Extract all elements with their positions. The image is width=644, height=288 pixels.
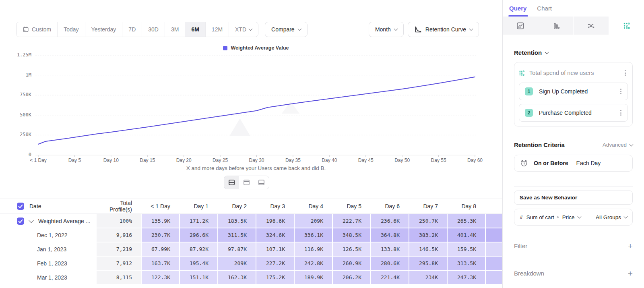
- checkbox-checked[interactable]: [17, 203, 24, 210]
- calendar-icon: [23, 26, 29, 33]
- total-profiles-cell: 100%: [97, 214, 141, 228]
- event-step-1[interactable]: 1 Sign Up Completed: [519, 83, 628, 100]
- range-3m[interactable]: 3M: [165, 22, 185, 37]
- chart-only-view-button[interactable]: [239, 176, 254, 189]
- row-label-cell[interactable]: Dec 1, 2022: [0, 228, 96, 242]
- x-axis-tick: Day 55: [431, 157, 446, 163]
- value-cell: 196.6K: [256, 214, 294, 228]
- range-12m[interactable]: 12M: [206, 22, 229, 37]
- kebab-menu-icon[interactable]: [623, 68, 628, 78]
- report-type-switcher: [503, 17, 644, 35]
- retention-grid-icon: [623, 22, 630, 29]
- add-filter-button[interactable]: +: [628, 242, 633, 250]
- column-header-day-4[interactable]: Day 4: [295, 203, 332, 209]
- line-chart-icon: [516, 22, 524, 30]
- column-header-lt-1-day[interactable]: < 1 Day: [142, 203, 179, 209]
- range-custom[interactable]: Custom: [17, 22, 58, 37]
- report-type-label: Retention: [514, 49, 542, 56]
- value-cell: 189.9K: [295, 271, 332, 284]
- save-as-new-behavior-button[interactable]: Save as New Behavior: [514, 191, 633, 205]
- value-cell: 230.7K: [142, 228, 179, 242]
- range-label: 3M: [171, 26, 179, 33]
- column-header-day-7[interactable]: Day 7: [409, 203, 447, 209]
- event-step-2[interactable]: 2 Purchase Completed: [519, 104, 628, 122]
- value-cell: 222.7K: [333, 214, 370, 228]
- group-scope-dropdown[interactable]: All Groups: [596, 214, 627, 220]
- row-label-cell[interactable]: Feb 1, 2023: [0, 257, 96, 270]
- value-cell: 227.2K: [256, 257, 294, 270]
- column-header-day-6[interactable]: Day 6: [371, 203, 409, 209]
- legend-swatch: [223, 46, 227, 50]
- range-label: 30D: [148, 26, 159, 33]
- report-type-dropdown[interactable]: Retention: [514, 49, 633, 56]
- insights-report-button[interactable]: [503, 17, 538, 35]
- table-cell-partial: [486, 228, 502, 242]
- chart-type-button[interactable]: Retention Curve: [408, 22, 479, 37]
- measurement-property-dropdown[interactable]: Sum of cart Price: [526, 214, 581, 220]
- behavior-title[interactable]: Total spend of new users: [529, 70, 618, 76]
- report-canvas: CustomTodayYesterday7D30D3M6M12MXTD Comp…: [0, 0, 502, 288]
- range-today[interactable]: Today: [58, 22, 85, 37]
- column-header-day-8[interactable]: Day 8: [448, 203, 485, 209]
- breadcrumb-arrow-icon: [557, 216, 559, 218]
- tab-query[interactable]: Query: [509, 0, 526, 17]
- x-axis-tick: Day 10: [103, 157, 119, 163]
- funnels-report-button[interactable]: [538, 17, 573, 35]
- column-header-day-2[interactable]: Day 2: [218, 203, 256, 209]
- row-label-cell[interactable]: Weighted Average ...: [0, 214, 96, 228]
- retention-timing-row[interactable]: On or Before Each Day: [514, 155, 633, 172]
- add-breakdown-button[interactable]: +: [628, 269, 633, 278]
- value-cell: 151.1K: [180, 271, 217, 284]
- x-axis-tick: Day 40: [322, 157, 337, 163]
- range-xtd[interactable]: XTD: [229, 22, 258, 37]
- kebab-menu-icon[interactable]: [618, 87, 623, 96]
- value-cell: 401.4K: [448, 228, 485, 242]
- tab-chart[interactable]: Chart: [537, 0, 552, 17]
- range-label: 7D: [128, 26, 136, 33]
- retention-grid-icon: [519, 70, 525, 76]
- y-axis-tick: 750K: [2, 92, 31, 97]
- step-number-badge: 2: [525, 109, 533, 117]
- table-row: Weighted Average ...100%135.9K171.2K183.…: [0, 214, 502, 228]
- range-7d[interactable]: 7D: [122, 22, 142, 37]
- date-range-group: CustomTodayYesterday7D30D3M6M12MXTD: [16, 22, 258, 37]
- retention-criteria-label: Retention Criteria: [514, 141, 565, 148]
- kebab-menu-icon[interactable]: [618, 108, 623, 118]
- event-name: Sign Up Completed: [539, 88, 612, 95]
- table-row: Feb 1, 20237,912163.7K195.4K209K227.2K24…: [0, 257, 502, 270]
- value-cell: 126.5K: [333, 242, 370, 256]
- value-cell: 236.6K: [371, 214, 409, 228]
- x-axis-tick: Day 5: [68, 157, 81, 163]
- range-yesterday[interactable]: Yesterday: [85, 22, 123, 37]
- granularity-button[interactable]: Month: [369, 22, 404, 37]
- value-cell: 313.5K: [448, 257, 485, 270]
- y-axis-tick: 1.25M: [2, 52, 31, 58]
- retention-report-button[interactable]: [609, 17, 644, 35]
- split-view-button[interactable]: [224, 176, 239, 189]
- row-label-cell[interactable]: Jan 1, 2023: [0, 242, 96, 256]
- column-header-total-profiles[interactable]: Total Profile(s): [97, 200, 141, 213]
- criteria-mode-dropdown[interactable]: Advanced: [603, 142, 633, 148]
- column-header-date[interactable]: Date: [0, 203, 96, 210]
- value-cell: 260.9K: [333, 257, 370, 270]
- chevron-down-icon: [577, 215, 581, 219]
- column-header-day-1[interactable]: Day 1: [180, 203, 217, 209]
- row-expander-icon[interactable]: [29, 218, 34, 223]
- table-only-view-button[interactable]: [254, 176, 269, 189]
- column-header-day-5[interactable]: Day 5: [333, 203, 370, 209]
- compare-button[interactable]: Compare: [265, 22, 308, 37]
- query-sidebar: Query Chart: [502, 0, 644, 288]
- range-30d[interactable]: 30D: [142, 22, 165, 37]
- column-header-day-3[interactable]: Day 3: [256, 203, 294, 209]
- value-cell: 247.3K: [448, 271, 485, 284]
- checkbox-checked[interactable]: [17, 218, 24, 225]
- table-row: Mar 1, 20238,115122.3K151.1K162.3K175.2K…: [0, 271, 502, 284]
- measurement-row: # Sum of cart Price All Groups: [514, 209, 633, 226]
- flows-report-button[interactable]: [574, 17, 609, 35]
- value-cell: 295.8K: [409, 257, 447, 270]
- behavior-card: Total spend of new users 1 Sign Up Compl…: [514, 62, 633, 126]
- row-label-cell[interactable]: Mar 1, 2023: [0, 271, 96, 284]
- value-cell: 383.2K: [409, 228, 447, 242]
- x-axis-tick: Day 45: [358, 157, 374, 163]
- range-6m[interactable]: 6M: [185, 22, 205, 37]
